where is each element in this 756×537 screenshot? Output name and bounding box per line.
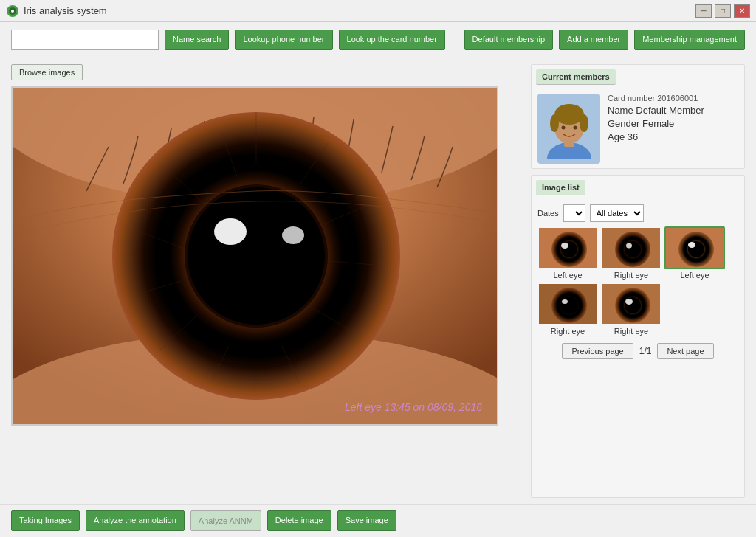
thumb-label-1: Left eye xyxy=(553,271,582,280)
image-list-section: Image list Dates All dates xyxy=(531,175,745,498)
dates-dropdown[interactable] xyxy=(563,204,585,222)
svg-point-48 xyxy=(562,299,568,304)
member-details: Card number 201606001 Name Default Membe… xyxy=(608,94,738,142)
thumb-eye-svg-4 xyxy=(539,284,598,325)
name-search-button[interactable]: Name search xyxy=(165,30,229,50)
content-area: Browse images xyxy=(0,58,756,504)
svg-point-52 xyxy=(625,299,633,305)
window-controls[interactable]: ─ □ ✕ xyxy=(695,4,750,18)
right-toolbar-buttons: Default membership Add a member Membersh… xyxy=(464,30,745,50)
title-bar-left: Iris analysis system xyxy=(6,4,107,18)
thumb-eye-svg-1 xyxy=(539,228,598,269)
pagination: Previous page 1/1 Next page xyxy=(532,339,744,364)
svg-point-39 xyxy=(625,241,641,257)
image-label: Left eye 13:45 on 08/09, 2016 xyxy=(345,401,482,413)
avatar xyxy=(537,94,600,164)
member-info: Card number 201606001 Name Default Membe… xyxy=(532,89,744,168)
svg-point-40 xyxy=(626,243,632,249)
svg-point-29 xyxy=(550,114,559,132)
delete-image-button[interactable]: Delete image xyxy=(267,510,331,531)
search-input[interactable] xyxy=(11,30,159,50)
svg-point-31 xyxy=(561,125,565,129)
svg-point-47 xyxy=(560,297,578,314)
main-window: Name search Lookup phone number Look up … xyxy=(0,22,756,537)
thumb-label-5: Right eye xyxy=(614,327,648,336)
dates-label: Dates xyxy=(537,209,559,218)
svg-point-28 xyxy=(554,104,584,125)
thumb-eye-svg-2 xyxy=(602,228,662,269)
thumb-eye-svg-5 xyxy=(602,284,662,325)
close-button[interactable]: ✕ xyxy=(734,4,750,18)
image-list-label: Image list xyxy=(536,180,585,195)
svg-point-22 xyxy=(214,218,247,245)
lookup-card-button[interactable]: Look up the card number xyxy=(339,30,445,50)
save-image-button[interactable]: Save image xyxy=(337,510,396,531)
member-gender: Gender Female xyxy=(608,118,738,129)
current-members-label: Current members xyxy=(536,69,616,85)
left-panel: Browse images xyxy=(11,64,523,498)
svg-point-44 xyxy=(688,242,695,248)
card-number: Card number 201606001 xyxy=(608,94,738,103)
lookup-phone-button[interactable]: Lookup phone number xyxy=(235,30,332,50)
taking-images-button[interactable]: Taking Images xyxy=(11,510,80,531)
member-section: Current members xyxy=(531,64,745,169)
thumbnail-row-1: Left eye xyxy=(537,226,738,280)
thumb-eye-svg-3 xyxy=(666,228,725,269)
membership-management-button[interactable]: Membership management xyxy=(634,30,745,50)
thumb-label-2: Right eye xyxy=(614,271,648,280)
window-title: Iris analysis system xyxy=(24,5,107,16)
thumb-label-4: Right eye xyxy=(551,327,585,336)
right-panel: Current members xyxy=(531,64,745,498)
maximize-button[interactable]: □ xyxy=(715,4,731,18)
analyze-button[interactable]: Analyze the annotation xyxy=(86,510,185,531)
default-membership-button[interactable]: Default membership xyxy=(464,30,553,50)
eye-svg xyxy=(13,88,497,424)
svg-point-30 xyxy=(580,114,588,132)
toolbar: Name search Lookup phone number Look up … xyxy=(0,22,756,58)
all-dates-dropdown[interactable]: All dates xyxy=(590,204,644,222)
svg-point-2 xyxy=(11,10,14,13)
bottom-toolbar: Taking Images Analyze the annotation Ana… xyxy=(0,504,756,537)
analyze-annm-button: Analyze ANNM xyxy=(190,510,261,531)
thumb-label-3: Left eye xyxy=(680,271,709,280)
svg-point-32 xyxy=(573,125,577,129)
minimize-button[interactable]: ─ xyxy=(695,4,712,18)
add-member-button[interactable]: Add a member xyxy=(559,30,628,50)
thumbnail-row-2: Right eye xyxy=(537,283,738,336)
thumb-image-1[interactable] xyxy=(537,226,598,269)
thumbnail-item-2[interactable]: Right eye xyxy=(601,226,662,280)
thumb-image-3[interactable] xyxy=(664,226,725,269)
app-icon xyxy=(6,4,19,18)
svg-point-23 xyxy=(282,226,304,244)
page-info: 1/1 xyxy=(639,346,652,356)
thumb-image-2[interactable] xyxy=(601,226,662,269)
member-name: Name Default Member xyxy=(608,105,738,116)
eye-image-container: Left eye 13:45 on 08/09, 2016 xyxy=(11,86,498,426)
next-page-button[interactable]: Next page xyxy=(657,343,713,359)
dates-row: Dates All dates xyxy=(532,200,744,226)
title-bar: Iris analysis system ─ □ ✕ xyxy=(0,0,756,22)
thumb-image-4[interactable] xyxy=(537,283,598,325)
svg-point-36 xyxy=(561,243,568,249)
thumbnail-item-1[interactable]: Left eye xyxy=(537,226,598,280)
member-age: Age 36 xyxy=(608,131,738,142)
eye-image: Left eye 13:45 on 08/09, 2016 xyxy=(13,88,497,424)
thumbnail-item-4[interactable]: Right eye xyxy=(537,283,598,336)
avatar-svg xyxy=(543,100,595,159)
browse-images-button[interactable]: Browse images xyxy=(11,64,83,80)
thumbnail-item-5[interactable]: Right eye xyxy=(601,283,662,336)
thumbnail-area: Left eye xyxy=(532,226,744,339)
thumb-image-5[interactable] xyxy=(601,283,662,325)
thumbnail-item-3[interactable]: Left eye xyxy=(664,226,725,280)
previous-page-button[interactable]: Previous page xyxy=(562,343,633,359)
